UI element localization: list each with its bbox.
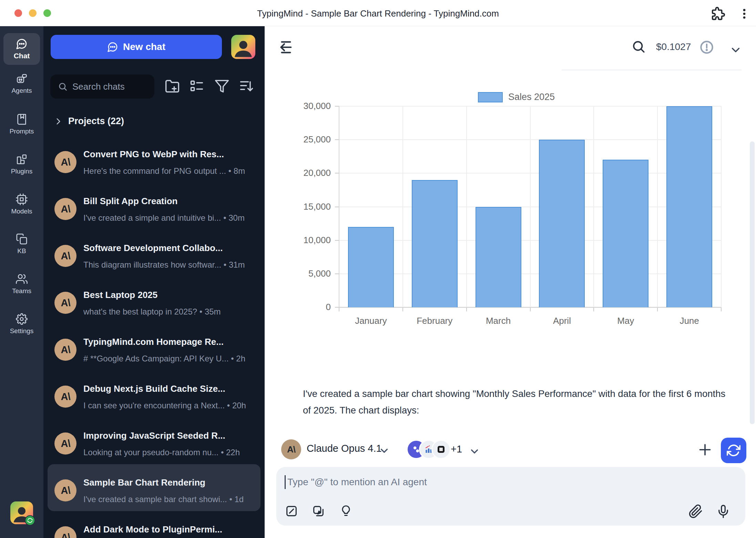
kebab-menu-icon[interactable] <box>737 7 751 21</box>
anthropic-logo: A\ <box>287 444 295 455</box>
anthropic-avatar: A\ <box>54 386 76 408</box>
message-input[interactable]: Type "@" to mention an AI agent <box>276 467 745 526</box>
chevron-down-icon[interactable] <box>469 446 480 457</box>
sort-icon[interactable] <box>239 79 254 94</box>
anthropic-logo: A\ <box>61 485 70 496</box>
chat-title: Best Laptop 2025 <box>83 290 254 300</box>
chevron-down-icon[interactable] <box>378 445 390 457</box>
paperclip-icon[interactable] <box>688 504 703 519</box>
projects-header-label: Projects (22) <box>68 116 124 127</box>
chat-list-item[interactable]: A\ Add Dark Mode to PluginPermi... <box>48 511 260 538</box>
y-tick-label: 5,000 <box>265 268 331 279</box>
microphone-icon[interactable] <box>716 504 731 519</box>
sidebar-item-label: Prompts <box>10 128 34 135</box>
anthropic-logo: A\ <box>61 532 70 538</box>
bar[interactable] <box>348 227 394 307</box>
anthropic-logo: A\ <box>61 157 70 168</box>
filter-icon[interactable] <box>214 79 229 94</box>
duplicate-icon[interactable] <box>311 504 325 518</box>
plugin-icon-stop[interactable] <box>431 440 451 459</box>
bar[interactable] <box>539 140 585 307</box>
chat-snippet: I've created a simple and intuitive bi..… <box>83 213 256 223</box>
user-avatar[interactable] <box>231 35 255 59</box>
canvas-edit-icon[interactable] <box>285 504 298 518</box>
search-chats-input[interactable]: Search chats <box>50 74 154 99</box>
warning-circle-icon[interactable] <box>699 40 714 54</box>
anthropic-avatar: A\ <box>54 292 76 314</box>
chat-list-item[interactable]: A\ Software Development Collabo... This … <box>48 230 260 277</box>
sidebar-item-agents[interactable]: Agents <box>0 73 43 94</box>
x-tick <box>530 307 531 311</box>
bar[interactable] <box>666 106 712 307</box>
add-icon[interactable] <box>697 442 713 457</box>
new-folder-icon[interactable] <box>165 79 180 94</box>
y-tick-label: 15,000 <box>265 201 331 212</box>
more-plugins-count[interactable]: +1 <box>451 444 462 455</box>
text-cursor <box>285 475 286 489</box>
chevron-down-icon[interactable] <box>729 43 742 57</box>
regenerate-button[interactable] <box>721 438 746 463</box>
bar[interactable] <box>412 180 458 307</box>
sidebar-item-settings[interactable]: Settings <box>0 313 43 335</box>
x-tick <box>593 307 594 311</box>
anthropic-avatar: A\ <box>54 479 76 501</box>
gridline <box>657 106 658 307</box>
copy-stack-icon <box>16 233 28 245</box>
sync-status-badge <box>25 515 35 526</box>
search-placeholder: Search chats <box>72 81 125 92</box>
chat-bubble-icon <box>107 41 118 52</box>
x-tick <box>466 307 467 311</box>
chat-list-item[interactable]: A\ Bill Split App Creation I've created … <box>48 183 260 230</box>
sidebar-item-chat[interactable]: Chat <box>3 33 40 65</box>
chat-title: TypingMind.com Homepage Re... <box>83 337 254 347</box>
sidebar-item-plugins[interactable]: Plugins <box>0 153 43 175</box>
y-tick-label: 30,000 <box>265 101 331 111</box>
chat-list-item[interactable]: A\ Debug Next.js Build Cache Size... I c… <box>48 370 260 417</box>
collapse-sidebar-icon[interactable] <box>278 39 294 55</box>
sidebar-item-teams[interactable]: Teams <box>0 273 43 295</box>
y-tick-label: 0 <box>265 302 331 312</box>
anthropic-logo: A\ <box>61 203 70 215</box>
y-tick-label: 25,000 <box>265 134 331 145</box>
chat-snippet: I can see you're encountering a Next... … <box>83 401 256 410</box>
projects-section-header[interactable]: Projects (22) <box>54 116 124 127</box>
search-icon[interactable] <box>631 39 646 54</box>
legend-label[interactable]: Sales 2025 <box>508 92 555 102</box>
blocks-icon <box>16 153 28 165</box>
anthropic-avatar: A\ <box>54 198 76 220</box>
anthropic-logo: A\ <box>61 391 70 402</box>
list-view-icon[interactable] <box>189 79 204 94</box>
new-chat-button[interactable]: New chat <box>51 35 222 59</box>
chat-title: Software Development Collabo... <box>83 243 254 253</box>
chat-list-item[interactable]: A\ Best Laptop 2025 what's the best lapt… <box>48 277 260 323</box>
extension-puzzle-icon[interactable] <box>711 6 726 21</box>
anthropic-logo: A\ <box>61 344 70 356</box>
robot-icon <box>16 73 28 84</box>
model-avatar[interactable]: A\ <box>281 439 301 459</box>
scrollbar-thumb[interactable] <box>750 141 755 424</box>
sidebar-item-models[interactable]: Models <box>0 193 43 215</box>
chat-list-item[interactable]: A\ Convert PNG to WebP with Res... Here'… <box>48 136 260 183</box>
chat-list-item[interactable]: A\ Sample Bar Chart Rendering I've creat… <box>48 464 260 511</box>
x-tick <box>402 307 403 311</box>
chat-title: Convert PNG to WebP with Res... <box>83 149 254 160</box>
anthropic-avatar: A\ <box>54 339 76 361</box>
gridline <box>721 106 722 307</box>
sidebar-item-prompts[interactable]: Prompts <box>0 113 43 135</box>
sidebar-item-kb[interactable]: KB <box>0 233 43 255</box>
lightbulb-icon[interactable] <box>339 504 353 518</box>
chat-bubble-icon <box>16 38 28 50</box>
nav-rail: Chat Agents Prompts Plugins Models KB <box>0 26 43 538</box>
sidebar-item-label: Chat <box>14 52 30 60</box>
sidebar-item-label: KB <box>17 247 26 255</box>
legend-swatch[interactable] <box>478 92 503 102</box>
cost-badge[interactable]: $0.1027 <box>656 41 691 52</box>
model-selector[interactable]: Claude Opus 4.1 <box>307 443 382 454</box>
chat-list-item[interactable]: A\ TypingMind.com Homepage Re... # **Goo… <box>48 323 260 370</box>
chat-snippet: Here's the command for PNG output ... • … <box>83 166 256 176</box>
gridline <box>530 106 531 307</box>
chat-list-item[interactable]: A\ Improving JavaScript Seeded R... Look… <box>48 417 260 464</box>
bar[interactable] <box>603 160 648 307</box>
gridline <box>593 106 594 307</box>
bar[interactable] <box>476 207 521 308</box>
